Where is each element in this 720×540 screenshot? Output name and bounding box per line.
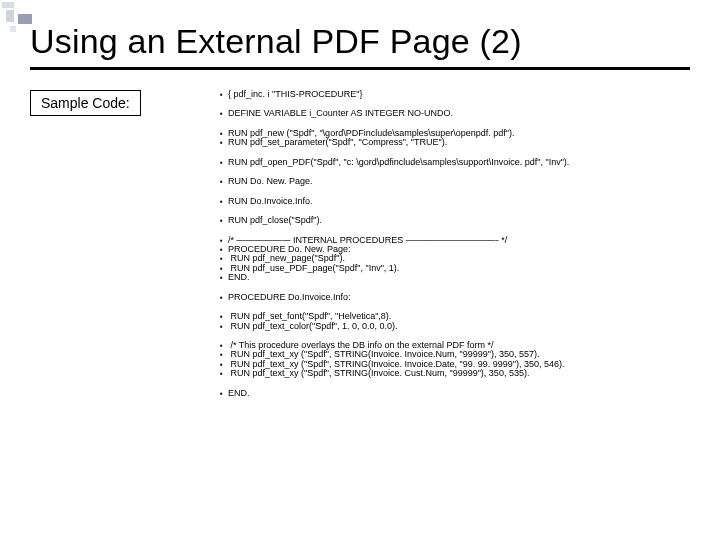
code-line: RUN Do. New. Page. bbox=[222, 177, 694, 186]
code-line: RUN pdf_close("Spdf"). bbox=[222, 216, 694, 225]
code-line: RUN Do.Invoice.Info. bbox=[222, 197, 694, 206]
code-block: RUN pdf_set_font("Spdf", "Helvetica",8).… bbox=[222, 312, 694, 331]
code-block: END. bbox=[222, 389, 694, 398]
code-block: RUN Do. New. Page. bbox=[222, 177, 694, 186]
code-block: PROCEDURE Do.Invoice.Info: bbox=[222, 293, 694, 302]
sample-code-label: Sample Code: bbox=[30, 90, 141, 116]
code-line: RUN pdf_text_color("Spdf", 1. 0, 0.0, 0.… bbox=[222, 322, 694, 331]
code-line: RUN pdf_set_parameter("Spdf", "Compress"… bbox=[222, 138, 694, 147]
code-block: RUN pdf_open_PDF("Spdf", "c: \gord\pdfin… bbox=[222, 158, 694, 167]
code-line: { pdf_inc. i "THIS-PROCEDURE"} bbox=[222, 90, 694, 99]
code-column: { pdf_inc. i "THIS-PROCEDURE"} DEFINE VA… bbox=[222, 90, 694, 408]
slide: Using an External PDF Page (2) Sample Co… bbox=[0, 0, 720, 540]
page-title: Using an External PDF Page (2) bbox=[30, 22, 690, 70]
code-block: DEFINE VARIABLE i_Counter AS INTEGER NO-… bbox=[222, 109, 694, 118]
code-block: /* This procedure overlays the DB info o… bbox=[222, 341, 694, 379]
code-line: DEFINE VARIABLE i_Counter AS INTEGER NO-… bbox=[222, 109, 694, 118]
code-block: { pdf_inc. i "THIS-PROCEDURE"} bbox=[222, 90, 694, 99]
code-line: END. bbox=[222, 273, 694, 282]
code-line: END. bbox=[222, 389, 694, 398]
code-line: PROCEDURE Do.Invoice.Info: bbox=[222, 293, 694, 302]
code-line: RUN pdf_open_PDF("Spdf", "c: \gord\pdfin… bbox=[222, 158, 694, 167]
code-block: RUN pdf_new ("Spdf", "\gord\PDFinclude\s… bbox=[222, 129, 694, 148]
code-block: RUN Do.Invoice.Info. bbox=[222, 197, 694, 206]
code-line: RUN pdf_use_PDF_page("Spdf", "Inv", 1). bbox=[222, 264, 694, 273]
code-line: RUN pdf_text_xy ("Spdf", STRING(Invoice.… bbox=[222, 369, 694, 378]
code-block: /* —————— INTERNAL PROCEDURES ——————————… bbox=[222, 236, 694, 283]
code-block: RUN pdf_close("Spdf"). bbox=[222, 216, 694, 225]
